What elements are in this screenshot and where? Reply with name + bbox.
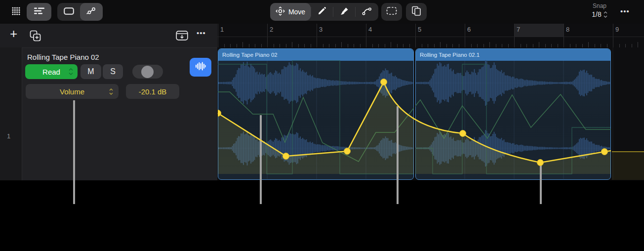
grid-view-button[interactable] (7, 3, 25, 21)
ruler-ticks-row[interactable] (217, 37, 644, 47)
ruler-tick (446, 44, 447, 47)
ruler-tick (607, 44, 607, 47)
duplicate-track-button[interactable] (30, 30, 41, 43)
panel-more-button[interactable]: ••• (197, 29, 206, 38)
ruler-tick (385, 44, 385, 47)
track-panel-toolbar: + (0, 24, 217, 48)
track-fader[interactable] (132, 65, 163, 79)
pencil-tool-button[interactable] (311, 3, 333, 21)
bar-line (415, 24, 416, 37)
ruler-tick (434, 44, 435, 47)
ruler-tick (360, 44, 361, 47)
ruler-tick (218, 37, 218, 47)
ellipsis-icon: ••• (620, 7, 630, 15)
move-icon (276, 6, 285, 18)
pencil-icon (318, 6, 326, 17)
parameter-label: Volume (60, 87, 84, 96)
automation-parameter-popup[interactable]: Volume (26, 84, 119, 99)
ruler-tick (564, 37, 564, 47)
bar-line (366, 24, 366, 37)
brush-tool-button[interactable] (333, 3, 355, 21)
top-toolbar: Move (0, 0, 644, 24)
ruler-tick (428, 44, 428, 47)
bar-number: 3 (319, 26, 322, 33)
region-header[interactable]: Rolling Tape Piano 02 (218, 49, 413, 61)
track-name[interactable]: Rolling Tape Piano 02 (27, 53, 99, 61)
automation-mode-button-read[interactable]: Read (25, 64, 78, 79)
ruler-tick (348, 44, 348, 47)
ruler-tick (625, 44, 626, 47)
bar-line (218, 24, 218, 37)
region-rolling-tape-piano-02-1[interactable]: Rolling Tape Piano 02.1 (415, 48, 611, 180)
ruler-tick (422, 44, 422, 47)
bar-line (613, 24, 613, 37)
region-rolling-tape-piano-02[interactable]: Rolling Tape Piano 02 (218, 48, 414, 180)
ruler-tick (570, 44, 570, 47)
ruler-tick (465, 37, 465, 47)
ruler-tick (237, 44, 237, 47)
chevron-up-down-icon (109, 88, 113, 95)
ruler-tick (267, 37, 268, 47)
ruler-tick (459, 44, 459, 47)
regions-mode-button[interactable] (57, 3, 80, 21)
region-title: Rolling Tape Piano 02.1 (416, 52, 480, 58)
ruler-tick (521, 44, 521, 47)
ruler-tick (242, 42, 243, 47)
waveform-icon (195, 61, 206, 74)
snap-control[interactable]: Snap 1/8 (586, 2, 613, 18)
bar-line (564, 24, 564, 37)
automation-value-field[interactable]: -20.1 dB (126, 84, 179, 99)
add-track-button[interactable]: + (10, 29, 17, 40)
automation-curve-icon (86, 7, 97, 17)
fader-knob[interactable] (141, 66, 154, 78)
ruler-tick (632, 44, 632, 47)
waveform-zoom-button[interactable] (190, 58, 211, 77)
ruler-tick (514, 37, 515, 47)
ruler-tick (551, 44, 552, 47)
ruler-tick (391, 42, 391, 47)
track-number-column: 1 (0, 47, 22, 180)
paste-button[interactable] (406, 3, 427, 21)
ruler-tick (255, 44, 255, 47)
bar-number: 1 (220, 26, 224, 33)
bar-number: 6 (467, 26, 471, 33)
bar-line (267, 24, 268, 37)
automation-mode-button[interactable] (80, 3, 103, 21)
move-tool-label: Move (288, 8, 305, 16)
ruler-tick (311, 44, 311, 47)
ruler-tick (613, 37, 613, 47)
import-region-button[interactable] (176, 31, 188, 42)
bar-number: 5 (418, 26, 421, 33)
solo-button[interactable]: S (103, 64, 123, 79)
mute-button[interactable]: M (80, 64, 101, 79)
ruler-bars-row[interactable]: 123456789 (217, 24, 644, 37)
curve-tool-button[interactable] (356, 3, 378, 21)
ruler-tick (582, 44, 583, 47)
ruler-tick (317, 37, 317, 47)
ruler-tick (249, 44, 249, 47)
snap-value: 1/8 (592, 10, 601, 18)
ruler-tick (496, 44, 496, 47)
curve-icon (362, 7, 372, 17)
marquee-select-button[interactable] (381, 3, 402, 21)
ruler-tick (286, 44, 286, 47)
grid-icon (12, 7, 20, 17)
ruler-tick (588, 42, 589, 47)
ruler-tick (397, 44, 398, 47)
bar-number: 7 (517, 26, 520, 33)
ruler-tick (558, 44, 558, 47)
ruler-tick (292, 42, 292, 47)
tool-group: Move (270, 3, 378, 21)
ruler-tick (366, 37, 366, 47)
ruler-tick (471, 44, 472, 47)
ruler-tick (533, 44, 533, 47)
tracks-view-button[interactable] (27, 3, 51, 21)
bar-line (465, 24, 465, 37)
ruler-tick (595, 44, 595, 47)
bar-number: 8 (566, 26, 569, 33)
paste-icon (411, 6, 421, 18)
toolbar-more-button[interactable]: ••• (620, 7, 630, 16)
move-tool-button[interactable]: Move (270, 3, 311, 21)
ruler-tick (526, 44, 527, 47)
region-header[interactable]: Rolling Tape Piano 02.1 (416, 49, 610, 61)
